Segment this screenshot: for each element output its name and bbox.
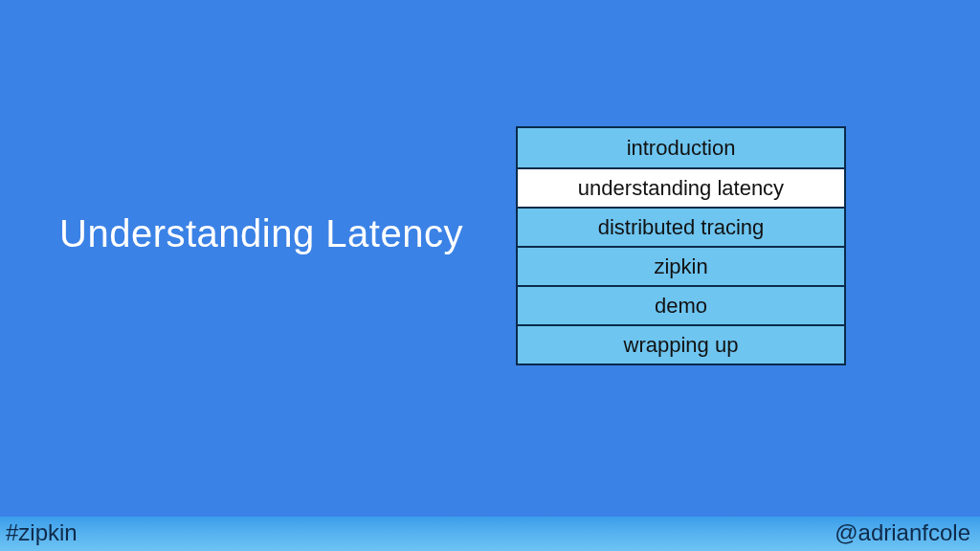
agenda-item-distributed-tracing: distributed tracing: [518, 207, 844, 246]
agenda-box: introduction understanding latency distr…: [516, 126, 846, 365]
footer-bar: #zipkin @adrianfcole: [0, 517, 980, 551]
agenda-item-zipkin: zipkin: [518, 246, 844, 285]
agenda-item-demo: demo: [518, 285, 844, 324]
footer-handle: @adrianfcole: [835, 519, 970, 546]
agenda-item-understanding-latency: understanding latency: [518, 167, 844, 207]
slide-title: Understanding Latency: [59, 212, 463, 255]
agenda-item-introduction: introduction: [518, 128, 844, 167]
agenda-item-wrapping-up: wrapping up: [518, 324, 844, 364]
footer-hashtag: #zipkin: [6, 519, 78, 546]
